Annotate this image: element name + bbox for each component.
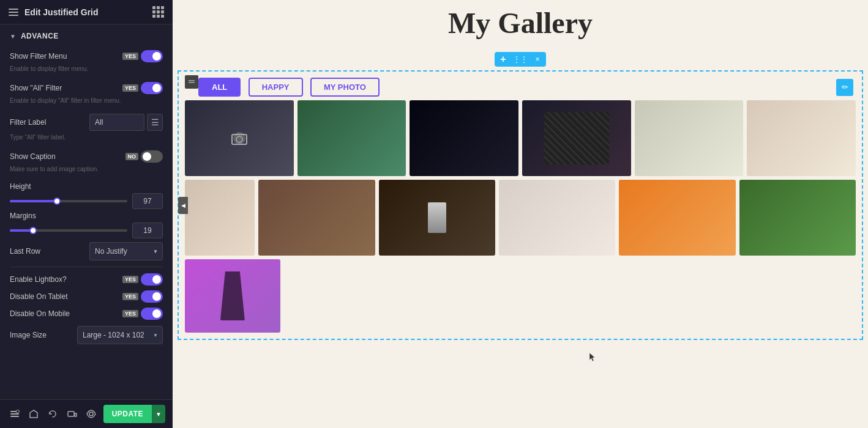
widget-move-btn[interactable]: ⋮⋮ xyxy=(512,52,529,67)
show-caption-slider xyxy=(141,150,163,163)
filter-tab-happy[interactable]: HAPPY xyxy=(249,78,303,97)
show-filter-menu-desc: Enable to display filter menu. xyxy=(10,65,163,73)
show-all-filter-row: Show "All" Filter YES xyxy=(10,82,163,94)
show-all-filter-label: Show "All" Filter xyxy=(10,84,62,92)
image-size-row: Image Size Large - 1024 x 102 Medium Thu… xyxy=(10,326,163,344)
section-title: Advance xyxy=(21,32,59,40)
filter-label-icon-btn[interactable]: ☰ xyxy=(147,114,163,131)
gallery-item-4 xyxy=(522,100,631,176)
panel-header: Edit Justified Grid xyxy=(0,0,173,24)
preview-icon-btn[interactable] xyxy=(84,405,98,422)
responsive-icon-btn[interactable] xyxy=(65,405,79,422)
show-filter-menu-row: Show Filter Menu YES xyxy=(10,50,163,62)
margins-label: Margins xyxy=(10,212,36,220)
show-all-filter-toggle[interactable] xyxy=(141,82,163,94)
image-size-label: Image Size xyxy=(10,331,47,339)
margins-slider-track[interactable] xyxy=(10,229,127,232)
last-row-select-wrapper: No Justify Justify Hide ▼ xyxy=(89,242,163,260)
gallery-item-5 xyxy=(635,100,744,176)
gallery-title: My Gallery xyxy=(173,0,868,52)
show-filter-menu-toggle-wrapper: YES xyxy=(122,50,163,62)
show-filter-menu-label: Show Filter Menu xyxy=(10,52,67,61)
svg-rect-5 xyxy=(75,413,77,416)
disable-mobile-row: Disable On Mobile YES xyxy=(10,308,163,320)
disable-tablet-slider xyxy=(141,290,163,303)
disable-mobile-yes-label: YES xyxy=(122,310,138,317)
gallery-item-3 xyxy=(410,100,518,176)
section-header-advance[interactable]: ▼ Advance xyxy=(10,32,163,40)
image-size-select-wrapper: Large - 1024 x 102 Medium Thumbnail Full xyxy=(77,326,163,344)
update-button[interactable]: UPDATE xyxy=(103,405,152,423)
panel-title: Edit Justified Grid xyxy=(24,7,99,17)
show-filter-menu-slider xyxy=(141,50,163,62)
svg-rect-1 xyxy=(10,413,19,415)
filter-label-input-group: ☰ xyxy=(89,114,163,131)
undo-icon-btn[interactable] xyxy=(46,405,60,422)
gallery-item-2 xyxy=(297,100,406,176)
grid-icon[interactable] xyxy=(152,6,164,18)
update-dropdown-btn[interactable]: ▼ xyxy=(152,405,165,423)
show-caption-label: Show Caption xyxy=(10,152,56,161)
gallery-item-13 xyxy=(185,259,280,333)
margins-value-input[interactable] xyxy=(132,223,163,238)
show-caption-toggle[interactable] xyxy=(141,150,163,163)
disable-tablet-toggle-wrapper: YES xyxy=(122,290,163,303)
image-size-select[interactable]: Large - 1024 x 102 Medium Thumbnail Full xyxy=(77,326,163,344)
widget-delete-btn[interactable]: × xyxy=(529,52,546,67)
show-all-filter-slider xyxy=(141,82,163,94)
enable-lightbox-yes-label: YES xyxy=(122,276,138,283)
filter-edit-btn[interactable]: ✏ xyxy=(836,79,853,96)
widget-add-btn[interactable]: + xyxy=(495,52,512,67)
disable-tablet-toggle[interactable] xyxy=(141,290,163,303)
filter-tabs-row: ALL HAPPY MY PHOTO xyxy=(198,78,380,97)
update-button-group: UPDATE ▼ xyxy=(103,405,165,423)
last-row-select[interactable]: No Justify Justify Hide xyxy=(89,242,163,260)
svg-rect-8 xyxy=(189,82,195,83)
filter-label-input[interactable] xyxy=(89,114,144,131)
disable-mobile-toggle[interactable] xyxy=(141,308,163,320)
enable-lightbox-row: Enable Lightbox? YES xyxy=(10,273,163,286)
disable-tablet-row: Disable On Tablet YES xyxy=(10,290,163,303)
last-row-label: Last Row xyxy=(10,247,40,256)
gallery-item-12 xyxy=(739,180,856,256)
margins-slider-row xyxy=(10,223,163,238)
disable-tablet-label: Disable On Tablet xyxy=(10,292,68,301)
gallery-item-11 xyxy=(619,180,735,256)
enable-lightbox-toggle[interactable] xyxy=(141,273,163,286)
disable-mobile-label: Disable On Mobile xyxy=(10,309,70,318)
svg-rect-4 xyxy=(68,411,74,416)
filter-tab-myphoto[interactable]: MY PHOTO xyxy=(310,78,380,97)
gallery-empty-space xyxy=(284,259,856,333)
show-filter-menu-toggle[interactable] xyxy=(141,50,163,62)
show-caption-desc: Make sure to add image caption. xyxy=(10,165,163,174)
height-value-input[interactable] xyxy=(132,193,163,209)
panel-content: ▼ Advance Show Filter Menu YES Enable to… xyxy=(0,24,173,399)
left-panel: Edit Justified Grid ▼ Advance Show Filte… xyxy=(0,0,173,428)
disable-tablet-yes-label: YES xyxy=(122,293,138,300)
hamburger-icon[interactable] xyxy=(9,9,18,16)
widget-controls-bar: + ⋮⋮ × xyxy=(495,52,546,67)
chevron-icon: ▼ xyxy=(10,33,16,40)
filter-tab-all[interactable]: ALL xyxy=(198,78,241,97)
resize-handle[interactable] xyxy=(185,75,198,89)
height-slider-track[interactable] xyxy=(10,200,127,202)
enable-lightbox-toggle-wrapper: YES xyxy=(122,273,163,286)
bottom-toolbar: UPDATE ▼ xyxy=(0,399,173,428)
elements-icon-btn[interactable] xyxy=(26,405,40,422)
main-content: My Gallery + ⋮⋮ × ◀ xyxy=(173,0,868,428)
svg-rect-2 xyxy=(10,416,19,417)
enable-lightbox-label: Enable Lightbox? xyxy=(10,275,67,284)
margins-row: Margins xyxy=(10,212,163,220)
gallery-item-8 xyxy=(258,180,375,256)
cursor-indicator xyxy=(589,352,596,364)
gallery-widget-container: ◀ ALL HAPPY MY PHOTO ✏ xyxy=(178,70,863,340)
gallery-row-2 xyxy=(179,180,862,259)
show-caption-no-label: NO xyxy=(125,153,139,160)
show-caption-toggle-wrapper: NO xyxy=(125,150,163,163)
height-slider-row xyxy=(10,193,163,209)
gallery-row-3 xyxy=(179,259,862,339)
show-all-filter-desc: Enable to display "All" filter in filter… xyxy=(10,97,163,105)
collapse-handle[interactable]: ◀ xyxy=(178,197,188,214)
filter-tabs-container: ALL HAPPY MY PHOTO ✏ xyxy=(179,72,862,100)
layers-icon-btn[interactable] xyxy=(7,405,21,422)
